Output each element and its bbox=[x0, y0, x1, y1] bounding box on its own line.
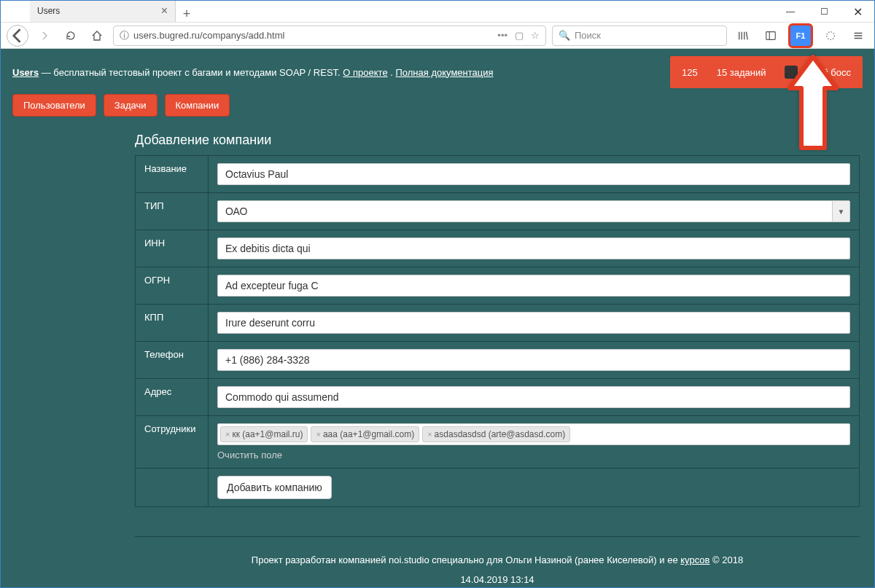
staff-tag[interactable]: ×asdasdasdsd (arte@asdasd.com) bbox=[422, 426, 570, 442]
extension-icon[interactable] bbox=[820, 26, 841, 46]
back-button[interactable] bbox=[7, 25, 28, 47]
remove-icon[interactable]: × bbox=[225, 430, 230, 439]
extension-f1-icon[interactable]: F1 bbox=[788, 23, 813, 48]
sidebar-icon[interactable] bbox=[761, 26, 781, 46]
points-badge: 125 bbox=[682, 67, 698, 78]
url-input[interactable]: ⓘ users.bugred.ru/companys/add.html ••• … bbox=[113, 26, 546, 46]
label-staff: Сотрудники bbox=[136, 416, 209, 469]
label-name: Название bbox=[136, 156, 209, 193]
courses-link[interactable]: курсов bbox=[680, 554, 709, 565]
clear-field-link[interactable]: Очистить поле bbox=[217, 450, 850, 460]
nav-companies-button[interactable]: Компании bbox=[165, 94, 230, 117]
home-button[interactable] bbox=[87, 26, 107, 46]
maximize-button[interactable]: ☐ bbox=[807, 1, 841, 23]
forward-button[interactable] bbox=[34, 26, 55, 46]
type-select[interactable]: ОАО ▼ bbox=[217, 200, 850, 222]
browser-tab[interactable]: Users × bbox=[30, 0, 176, 22]
form-title: Добавление компании bbox=[135, 128, 860, 155]
search-placeholder: Поиск bbox=[575, 30, 601, 41]
page-header-text: Users — бесплатный тестовый проект с баг… bbox=[12, 67, 494, 78]
ogrn-input[interactable] bbox=[217, 275, 850, 297]
nav-tasks-button[interactable]: Задачи bbox=[104, 94, 158, 117]
search-input[interactable]: 🔍 Поиск bbox=[552, 26, 727, 46]
about-link[interactable]: О проекте bbox=[343, 67, 387, 78]
tab-title: Users bbox=[37, 6, 60, 16]
svg-point-2 bbox=[827, 31, 835, 39]
label-inn: ИНН bbox=[136, 230, 209, 267]
label-type: ТИП bbox=[136, 193, 209, 230]
remove-icon[interactable]: × bbox=[316, 430, 320, 439]
footer-timestamp: 14.04.2019 13:14 bbox=[135, 574, 860, 585]
name-input[interactable] bbox=[217, 163, 850, 185]
address-input[interactable] bbox=[217, 386, 850, 408]
remove-icon[interactable]: × bbox=[427, 430, 432, 439]
bookmark-icon[interactable]: ☆ bbox=[531, 30, 540, 41]
info-icon: ⓘ bbox=[120, 29, 129, 42]
brand-link[interactable]: Users bbox=[12, 67, 39, 78]
browser-toolbar: ⓘ users.bugred.ru/companys/add.html ••• … bbox=[1, 23, 874, 49]
minimize-button[interactable]: — bbox=[774, 1, 807, 23]
window-titlebar: Users × + — ☐ ✕ bbox=[1, 1, 874, 23]
staff-tag[interactable]: ×aaa (aa+1@gmail.com) bbox=[311, 426, 419, 442]
footer: Проект разработан компанией noi.studio с… bbox=[135, 536, 860, 585]
search-icon: 🔍 bbox=[559, 30, 570, 41]
label-phone: Телефон bbox=[136, 342, 209, 379]
inn-input[interactable] bbox=[217, 238, 850, 259]
label-kpp: КПП bbox=[136, 305, 209, 342]
label-ogrn: ОГРН bbox=[136, 267, 209, 305]
url-text: users.bugred.ru/companys/add.html bbox=[133, 30, 284, 41]
close-window-button[interactable]: ✕ bbox=[841, 1, 874, 23]
library-icon[interactable] bbox=[733, 26, 753, 46]
tasks-badge: 15 заданий bbox=[717, 67, 766, 78]
kpp-input[interactable] bbox=[217, 312, 850, 334]
phone-input[interactable] bbox=[217, 349, 850, 371]
hamburger-menu-icon[interactable] bbox=[848, 26, 868, 46]
label-address: Адрес bbox=[136, 379, 209, 416]
chevron-down-icon: ▼ bbox=[832, 201, 849, 222]
reader-icon[interactable]: ▢ bbox=[515, 30, 524, 41]
reload-button[interactable] bbox=[61, 26, 81, 46]
nav-users-button[interactable]: Пользователи bbox=[12, 94, 96, 117]
page-content: Users — бесплатный тестовый проект с баг… bbox=[1, 49, 874, 587]
more-icon[interactable]: ••• bbox=[497, 30, 508, 41]
docs-link[interactable]: Полная документация bbox=[395, 67, 493, 78]
new-tab-button[interactable]: + bbox=[176, 7, 198, 22]
staff-tags-input[interactable]: ×кк (aa+1@mail.ru) ×aaa (aa+1@gmail.com)… bbox=[217, 423, 850, 445]
company-form: Название ТИП ОАО ▼ ИНН ОГРН bbox=[135, 155, 860, 507]
callout-arrow-icon bbox=[784, 53, 842, 155]
close-icon[interactable]: × bbox=[161, 4, 168, 17]
svg-rect-0 bbox=[766, 31, 775, 39]
submit-button[interactable]: Добавить компанию bbox=[217, 476, 332, 499]
staff-tag[interactable]: ×кк (aa+1@mail.ru) bbox=[220, 426, 308, 442]
